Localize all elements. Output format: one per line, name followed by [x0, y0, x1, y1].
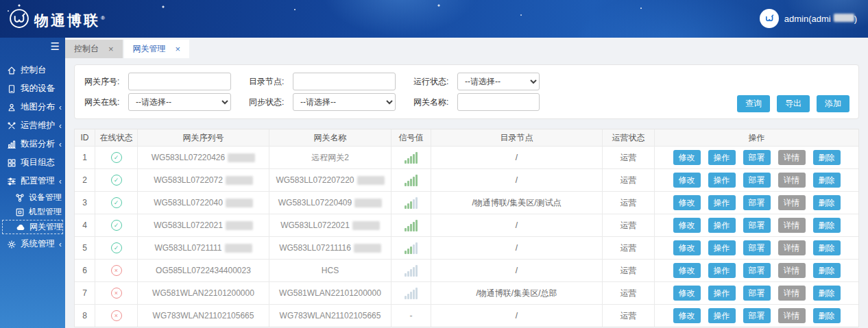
table-row: 3 ✓ WG583LL0722040 WG583LL07220409 /物通博联…: [75, 191, 858, 214]
deploy-action-button[interactable]: 部署: [743, 195, 771, 210]
deploy-action-button[interactable]: 部署: [743, 150, 771, 165]
deploy-action-button[interactable]: 部署: [743, 308, 771, 323]
gateway-online-select[interactable]: --请选择--: [128, 93, 231, 111]
tab-console[interactable]: 控制台 ×: [65, 40, 123, 58]
operate-action-button[interactable]: 操作: [708, 195, 736, 210]
operate-action-button[interactable]: 操作: [708, 286, 736, 301]
sidebar-item-my-devices[interactable]: 我的设备: [0, 79, 65, 98]
sidebar-item-system[interactable]: 系统管理 ‹: [0, 235, 65, 253]
detail-action-button[interactable]: 详情: [778, 240, 806, 255]
detail-action-button[interactable]: 详情: [778, 263, 806, 278]
delete-action-button[interactable]: 删除: [813, 308, 841, 323]
modify-action-button[interactable]: 修改: [673, 150, 701, 165]
name-redaction-blur: [357, 176, 385, 185]
hamburger-menu-icon[interactable]: ☰: [51, 41, 60, 51]
sidebar-item-maintenance[interactable]: 运营维护 ‹: [0, 116, 65, 135]
column-header: 目录节点: [431, 129, 603, 146]
delete-action-button[interactable]: 删除: [813, 218, 841, 233]
modify-action-button[interactable]: 修改: [673, 240, 701, 255]
deploy-action-button[interactable]: 部署: [743, 218, 771, 233]
deploy-action-button[interactable]: 部署: [743, 240, 771, 255]
cell-operation-status: 运营: [603, 236, 655, 259]
table-row: 6 × OG585LL0722434400023 HCS / 运营 修改操作部署…: [75, 259, 858, 281]
delete-action-button[interactable]: 删除: [813, 195, 841, 210]
cell-operation-status: 运营: [603, 259, 655, 281]
sidebar-item-map[interactable]: 地图分布 ‹: [0, 98, 65, 116]
operate-action-button[interactable]: 操作: [708, 173, 736, 188]
tab-close-icon[interactable]: ×: [108, 45, 114, 53]
cell-catalog-node: /: [431, 304, 603, 327]
sidebar-item-model-mgmt[interactable]: 机型管理: [0, 205, 65, 219]
operate-action-button[interactable]: 操作: [708, 263, 736, 278]
user-menu[interactable]: admin(admi): [760, 9, 857, 28]
tab-gateway-mgmt[interactable]: 网关管理 ×: [124, 40, 190, 58]
cell-gateway-serial: WG583LL0722072: [138, 168, 269, 191]
online-status-icon: ×: [111, 310, 122, 321]
detail-action-button[interactable]: 详情: [778, 218, 806, 233]
delete-action-button[interactable]: 删除: [813, 150, 841, 165]
sidebar-item-gateway-mgmt[interactable]: 网关管理: [2, 220, 63, 234]
cell-signal: [391, 191, 431, 214]
operate-action-button[interactable]: 操作: [708, 218, 736, 233]
catalog-node-input[interactable]: [293, 73, 396, 90]
query-button[interactable]: 查询: [737, 95, 770, 112]
column-header: 网关名称: [269, 129, 391, 146]
sync-status-select[interactable]: --请选择--: [293, 93, 396, 111]
operate-action-button[interactable]: 操作: [708, 240, 736, 255]
cell-gateway-serial: WG583LL0722040: [138, 191, 269, 214]
modify-action-button[interactable]: 修改: [673, 218, 701, 233]
modify-action-button[interactable]: 修改: [673, 173, 701, 188]
add-button[interactable]: 添加: [817, 95, 849, 112]
sidebar-item-project[interactable]: 项目组态: [0, 153, 65, 172]
detail-action-button[interactable]: 详情: [778, 308, 806, 323]
detail-action-button[interactable]: 详情: [778, 286, 806, 301]
deploy-action-button[interactable]: 部署: [743, 286, 771, 301]
cell-signal: [391, 259, 431, 281]
modify-action-button[interactable]: 修改: [673, 308, 701, 323]
cell-gateway-name: WG583LL072207220: [269, 168, 391, 191]
filter-label: 同步状态:: [249, 97, 293, 108]
column-header: 操作: [655, 129, 858, 146]
sidebar-item-label: 项目组态: [21, 157, 55, 168]
run-status-select[interactable]: --请选择--: [457, 73, 540, 90]
cell-online-status: ×: [95, 259, 138, 281]
delete-action-button[interactable]: 删除: [813, 263, 841, 278]
deploy-action-button[interactable]: 部署: [743, 173, 771, 188]
cell-actions: 修改操作部署详情删除: [655, 214, 858, 236]
delete-action-button[interactable]: 删除: [813, 173, 841, 188]
user-avatar: [760, 9, 779, 28]
tab-label: 控制台: [74, 43, 99, 55]
gateway-name-input[interactable]: [457, 93, 540, 111]
cell-id: 3: [75, 191, 95, 214]
tab-close-icon[interactable]: ×: [176, 45, 181, 53]
modify-action-button[interactable]: 修改: [673, 195, 701, 210]
modify-action-button[interactable]: 修改: [673, 263, 701, 278]
column-header: 运营状态: [603, 129, 655, 146]
brand-logo-icon: [9, 8, 29, 31]
sidebar-item-device-mgmt[interactable]: 设备管理: [0, 190, 65, 205]
operate-action-button[interactable]: 操作: [708, 308, 736, 323]
cell-online-status: ×: [95, 281, 138, 304]
export-button[interactable]: 导出: [777, 95, 810, 112]
table-row: 1 ✓ WG583LL07220426 远程网关2 / 运营 修改操作部署详情删…: [75, 146, 858, 168]
operate-action-button[interactable]: 操作: [708, 150, 736, 165]
delete-action-button[interactable]: 删除: [813, 286, 841, 301]
tab-bar: 控制台 × 网关管理 ×: [65, 38, 868, 60]
delete-action-button[interactable]: 删除: [813, 240, 841, 255]
registered-mark: ®: [101, 15, 107, 21]
sidebar-item-analysis[interactable]: 数据分析 ‹: [0, 135, 65, 153]
cell-gateway-name: WG583LL0722021: [269, 214, 391, 236]
online-status-icon: ✓: [111, 197, 122, 208]
cell-online-status: ✓: [95, 236, 138, 259]
sidebar-item-config[interactable]: 配置管理 ‹: [0, 172, 65, 190]
detail-action-button[interactable]: 详情: [778, 195, 806, 210]
modify-action-button[interactable]: 修改: [673, 286, 701, 301]
deploy-action-button[interactable]: 部署: [743, 263, 771, 278]
home-icon: [7, 66, 16, 75]
detail-action-button[interactable]: 详情: [778, 150, 806, 165]
sidebar-item-console[interactable]: 控制台: [0, 61, 65, 79]
signal-bars-icon: [405, 288, 418, 299]
detail-action-button[interactable]: 详情: [778, 173, 806, 188]
sidebar-item-label: 网关管理: [29, 221, 62, 233]
gateway-serial-input[interactable]: [128, 73, 231, 90]
